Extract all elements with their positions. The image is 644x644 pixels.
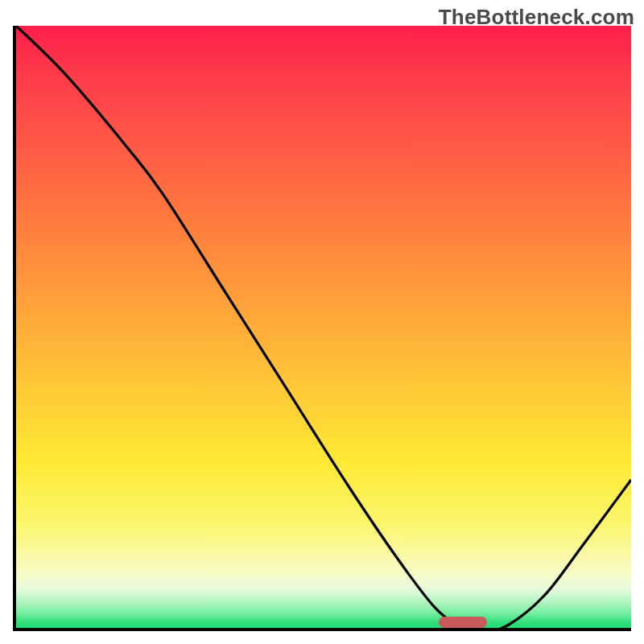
sweet-spot-marker bbox=[439, 617, 487, 628]
chart-canvas: TheBottleneck.com bbox=[0, 0, 644, 644]
x-axis-line bbox=[13, 628, 631, 631]
watermark-text: TheBottleneck.com bbox=[439, 5, 634, 30]
gradient-background bbox=[16, 26, 631, 631]
